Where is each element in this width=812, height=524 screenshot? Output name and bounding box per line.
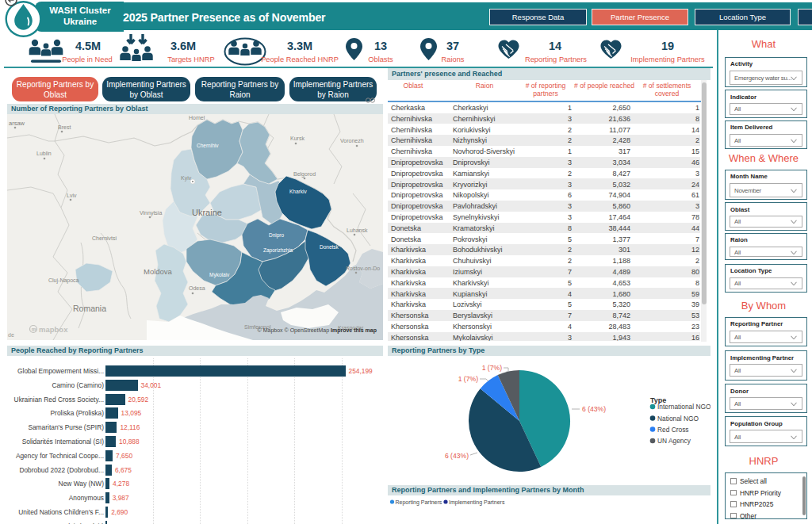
- svg-text:1 (7%): 1 (7%): [482, 364, 502, 372]
- svg-text:Lviv: Lviv: [67, 193, 77, 198]
- svg-text:6 (43%): 6 (43%): [582, 405, 606, 413]
- svg-text:UN Agency: UN Agency: [657, 437, 691, 445]
- svg-text:arsaw: arsaw: [9, 120, 25, 127]
- svg-text:Cluj-Napoca: Cluj-Napoca: [48, 277, 79, 284]
- svg-text:Kyiv: Kyiv: [181, 175, 192, 182]
- svg-text:Vinnytsia: Vinnytsia: [140, 210, 162, 216]
- svg-text:Dnipro: Dnipro: [269, 232, 285, 239]
- svg-text:International NGO: International NGO: [657, 403, 710, 411]
- svg-text:Moldova: Moldova: [144, 267, 173, 276]
- svg-text:Odesa: Odesa: [189, 285, 205, 291]
- svg-text:Luhansk: Luhansk: [347, 228, 368, 233]
- svg-text:Kursk: Kursk: [290, 136, 304, 141]
- svg-text:Reporting Partners: Reporting Partners: [396, 499, 442, 506]
- svg-text:Belgorod: Belgorod: [293, 171, 316, 178]
- svg-text:6 (43%): 6 (43%): [445, 452, 469, 460]
- svg-text:Kharkiv: Kharkiv: [289, 189, 307, 194]
- svg-text:m: m: [32, 326, 36, 331]
- svg-text:Chernivtsi: Chernivtsi: [92, 235, 117, 241]
- svg-text:Brest: Brest: [58, 124, 71, 130]
- svg-text:Mykolaiv: Mykolaiv: [209, 272, 230, 278]
- svg-text:Red Cross: Red Cross: [657, 426, 689, 434]
- svg-text:Romania: Romania: [73, 304, 106, 313]
- svg-text:mapbox: mapbox: [39, 324, 68, 333]
- svg-text:Homel: Homel: [189, 115, 205, 120]
- svg-text:Rostov-on-Do: Rostov-on-Do: [346, 266, 380, 271]
- svg-text:Lublin: Lublin: [36, 151, 52, 156]
- svg-text:de: de: [8, 332, 14, 338]
- svg-text:Ukraine: Ukraine: [192, 208, 222, 217]
- svg-text:© Mapbox © OpenStreetMap Impro: © Mapbox © OpenStreetMap Improve this ma…: [258, 327, 377, 334]
- svg-text:Voronezh: Voronezh: [340, 138, 364, 143]
- svg-text:Chernihiv: Chernihiv: [197, 143, 219, 148]
- svg-text:1 (7%): 1 (7%): [458, 375, 478, 383]
- svg-text:National NGO: National NGO: [657, 415, 699, 423]
- svg-text:Zaporizhzhia: Zaporizhzhia: [263, 247, 293, 254]
- svg-text:Donetsk: Donetsk: [320, 244, 339, 250]
- svg-text:Implementing Partners: Implementing Partners: [449, 499, 505, 506]
